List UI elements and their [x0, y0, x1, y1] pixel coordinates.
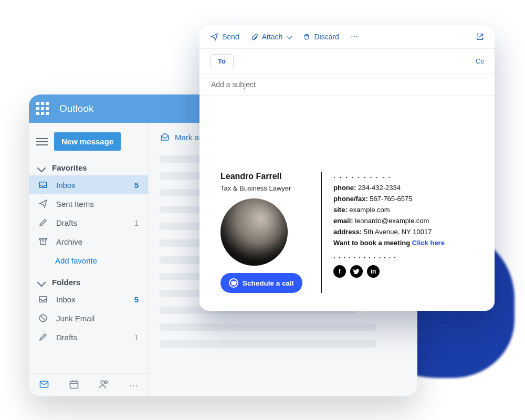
email-signature: Leandro Farrell Tax & Business Lawyer ☎ …: [200, 158, 495, 311]
schedule-label: Schedule a call: [243, 279, 294, 287]
add-favorite-link[interactable]: Add favorite: [29, 251, 148, 270]
menu-icon[interactable]: [36, 136, 48, 148]
drafts-icon: [38, 332, 49, 342]
divider: [200, 95, 495, 96]
sent-icon: [38, 199, 49, 208]
folders-header[interactable]: Folders: [29, 270, 148, 290]
inbox-badge: 5: [134, 181, 139, 190]
to-button[interactable]: To: [210, 54, 234, 68]
archive-icon: [38, 237, 49, 246]
chevron-down-icon: [37, 278, 46, 287]
social-icons: f in: [333, 265, 445, 278]
app-title: Outlook: [59, 103, 93, 114]
favorites-label: Favorites: [52, 163, 87, 172]
attach-icon: [251, 33, 258, 41]
send-icon: [210, 33, 218, 41]
signature-name: Leandro Farrell: [220, 172, 310, 181]
app-launcher-icon[interactable]: [36, 102, 50, 116]
people-module-icon[interactable]: [99, 379, 109, 392]
schedule-call-button[interactable]: ☎ Schedule a call: [220, 273, 302, 293]
module-switcher: ⋯: [29, 373, 148, 396]
favorites-header[interactable]: Favorites: [29, 156, 148, 175]
booking-link[interactable]: Click here: [412, 239, 445, 247]
decorative-dots: .............: [333, 252, 445, 260]
sidebar-item-label: Drafts: [56, 333, 77, 342]
sidebar-item-sent[interactable]: Sent Items: [29, 194, 148, 213]
svg-point-12: [105, 381, 108, 383]
attach-button[interactable]: Attach: [251, 33, 292, 41]
chevron-down-icon: [287, 33, 292, 39]
facebook-icon[interactable]: f: [333, 265, 346, 278]
svg-rect-2: [39, 238, 47, 240]
signature-role: Tax & Business Lawyer: [220, 184, 310, 192]
sidebar-item-inbox2[interactable]: Inbox 5: [29, 290, 148, 309]
mail-module-icon[interactable]: [39, 379, 49, 392]
inbox-icon: [38, 180, 49, 190]
sidebar-item-label: Inbox: [56, 181, 76, 190]
trash-icon: [303, 33, 310, 41]
sidebar-item-label: Drafts: [56, 218, 77, 227]
cc-button[interactable]: Cc: [476, 57, 484, 65]
message-placeholder: [159, 340, 377, 348]
discard-label: Discard: [314, 33, 339, 41]
subject-input[interactable]: [200, 74, 495, 95]
attach-label: Attach: [262, 33, 283, 41]
chevron-down-icon: [37, 163, 46, 172]
address-row: To Cc: [200, 49, 495, 74]
send-button[interactable]: Send: [210, 33, 239, 41]
phone-icon: ☎: [229, 278, 238, 288]
new-message-button[interactable]: New message: [54, 132, 121, 151]
signature-phone: phone: 234-432-2334: [333, 184, 445, 192]
signature-booking: Want to book a meeting Click here: [333, 239, 445, 247]
junk-icon: [38, 313, 49, 323]
sidebar-item-inbox[interactable]: Inbox 5: [29, 175, 148, 194]
decorative-dots: ..........: [333, 172, 445, 180]
send-label: Send: [222, 33, 239, 41]
sidebar-item-label: Sent Items: [56, 200, 94, 208]
sidebar-item-archive[interactable]: Archive: [29, 232, 148, 251]
sidebar-item-junk[interactable]: Junk Email: [29, 309, 148, 328]
sidebar-item-drafts2[interactable]: Drafts 1: [29, 328, 148, 346]
sidebar-item-label: Archive: [56, 237, 82, 246]
svg-rect-7: [70, 381, 78, 388]
sidebar: New message Favorites Inbox 5 Sent Items: [29, 123, 149, 396]
twitter-icon[interactable]: [350, 265, 363, 278]
mail-open-icon: [160, 132, 170, 142]
sidebar-item-label: Junk Email: [56, 314, 94, 323]
message-placeholder: [159, 323, 377, 331]
svg-line-5: [41, 316, 46, 321]
signature-phonefax: phone/fax: 567-765-6575: [333, 195, 445, 203]
signature-site: site: example.com: [333, 206, 445, 214]
sidebar-item-drafts[interactable]: Drafts 1: [29, 213, 148, 232]
discard-button[interactable]: Discard: [303, 33, 339, 41]
signature-email: email: leonardo@example.com: [333, 217, 445, 225]
calendar-module-icon[interactable]: [69, 379, 79, 392]
compose-window: Send Attach Discard ⋯ To Cc Leandro Farr…: [200, 25, 495, 311]
popout-button[interactable]: [476, 33, 484, 41]
signature-address: address: 5th Avenue, NY 10017: [333, 228, 445, 236]
svg-point-11: [101, 381, 104, 384]
drafts-badge: 1: [134, 218, 139, 227]
signature-divider: [321, 172, 322, 293]
popout-icon: [476, 33, 484, 41]
linkedin-icon[interactable]: in: [367, 265, 380, 278]
drafts-icon: [38, 218, 49, 227]
more-modules-icon[interactable]: ⋯: [129, 380, 138, 391]
more-actions-button[interactable]: ⋯: [351, 33, 359, 41]
signature-avatar: [220, 198, 288, 266]
folders-label: Folders: [52, 278, 80, 287]
sidebar-item-label: Inbox: [56, 295, 76, 304]
compose-toolbar: Send Attach Discard ⋯: [200, 25, 495, 48]
inbox-icon: [38, 295, 49, 304]
drafts2-badge: 1: [134, 333, 139, 342]
inbox2-badge: 5: [134, 295, 139, 304]
